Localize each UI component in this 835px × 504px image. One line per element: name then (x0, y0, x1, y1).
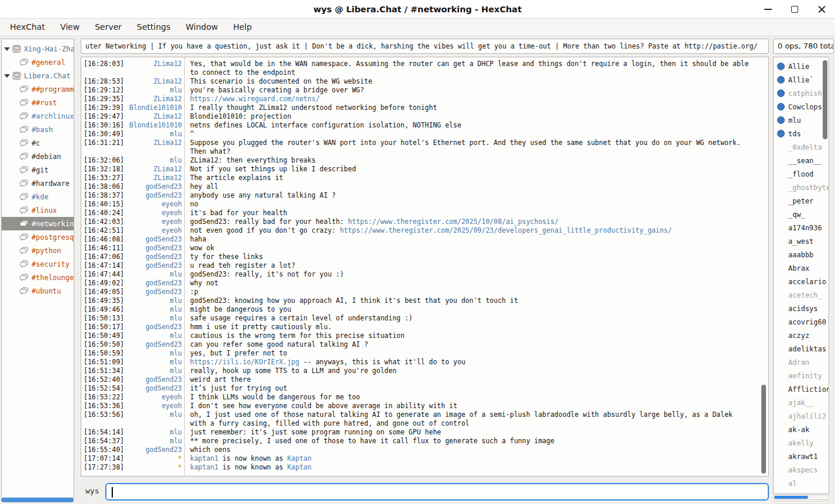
tree-item--debian[interactable]: #debian (2, 150, 74, 163)
userlist-item-a-west[interactable]: a_west (774, 234, 829, 248)
message-nick[interactable]: godSend23 (126, 279, 182, 288)
message-nick[interactable]: Blondie101010 (126, 103, 182, 112)
expander-icon[interactable] (4, 47, 10, 51)
message-nick[interactable]: eyeoh (126, 393, 182, 402)
tree-item--python[interactable]: #python (2, 244, 74, 257)
tree-item--networking[interactable]: #networking (2, 217, 74, 230)
tree-item--general[interactable]: #general (2, 56, 74, 69)
userlist-item-abrax[interactable]: Abrax (774, 261, 829, 275)
message-nick[interactable]: godSend23 (126, 323, 182, 332)
message-nick[interactable]: mlu (126, 86, 182, 95)
menu-view[interactable]: View (53, 19, 87, 36)
userlist-item-ajak-[interactable]: ajak__ (774, 396, 829, 409)
message-nick[interactable]: godSend23 (126, 384, 182, 393)
menu-server[interactable]: Server (87, 19, 129, 36)
message-nick[interactable]: mlu (126, 305, 182, 314)
userlist-item-allie[interactable]: Allie (774, 60, 829, 73)
message-link[interactable]: https://www.wireguard.com/netns/ (190, 95, 320, 103)
userlist-scrollbar[interactable] (822, 58, 828, 492)
message-nick[interactable]: mlu (126, 270, 182, 279)
userlist-item-a174n936[interactable]: a174n936 (774, 221, 829, 234)
tree-item--c[interactable]: #c (2, 136, 74, 150)
tree-item-libera-chat[interactable]: Libera.Chat (2, 69, 74, 82)
message-link[interactable]: https://www.theregister.com/2025/10/08/a… (348, 218, 558, 226)
chat-scrollbar[interactable] (760, 58, 767, 475)
tree-item--rust[interactable]: ##rust (2, 96, 74, 109)
tree-item--kde[interactable]: #kde (2, 190, 74, 203)
tree-item--postgresql[interactable]: #postgresql (2, 230, 74, 244)
userlist-item--peter[interactable]: _peter (774, 194, 829, 208)
message-nick[interactable]: ZLima12 (126, 165, 182, 174)
topic-bar[interactable]: uter Networking | If you have a question… (81, 39, 769, 54)
own-nick-label[interactable]: wys (85, 486, 99, 495)
message-nick[interactable]: mlu (126, 332, 182, 340)
message-nick[interactable]: mlu (126, 156, 182, 165)
userlist-scrollbar-thumb[interactable] (823, 60, 827, 139)
tree-item--security[interactable]: #security (2, 257, 74, 271)
chat-scrollbar-thumb[interactable] (761, 385, 766, 474)
userlist-item--ghostbyte[interactable]: _ghostbyte (774, 181, 829, 194)
message-nick[interactable]: godSend23 (126, 446, 182, 454)
message-nick[interactable]: godSend23 (126, 235, 182, 244)
minimize-button[interactable] (760, 2, 775, 17)
message-nick[interactable]: ZLima12 (126, 139, 182, 147)
event-marker[interactable]: * (126, 463, 182, 472)
userlist-item-cowclops-[interactable]: Cowclops` (774, 100, 829, 113)
message-nick[interactable]: ZLima12 (126, 112, 182, 121)
menu-help[interactable]: Help (226, 19, 260, 36)
userlist-item-aefinity[interactable]: aefinity (774, 369, 829, 382)
userlist-item--sean-[interactable]: __sean__ (774, 154, 829, 167)
message-nick[interactable]: eyeoh (126, 218, 182, 226)
tree-item--programming[interactable]: ##programming (2, 82, 74, 96)
userlist-hscrollbar-thumb[interactable] (774, 496, 808, 499)
userlist-item-affliction[interactable]: Affliction (774, 382, 829, 396)
message-nick[interactable]: mlu (126, 296, 182, 305)
message-link[interactable]: kaptan1 (190, 454, 218, 462)
message-nick[interactable]: ZLima12 (126, 77, 182, 86)
message-link[interactable]: Kaptan (287, 463, 312, 471)
userlist-item--flood[interactable]: _flood (774, 167, 829, 181)
message-nick[interactable]: eyeoh (126, 226, 182, 235)
message-nick[interactable]: mlu (126, 428, 182, 437)
userlist-item-acetech-[interactable]: acetech_ (774, 288, 829, 302)
userlist-item-al[interactable]: al (774, 477, 829, 490)
message-nick[interactable]: godSend23 (126, 182, 182, 191)
userlist-hscrollbar[interactable] (773, 495, 829, 500)
userlist-item-akspecs[interactable]: akspecs (774, 463, 829, 477)
message-nick[interactable]: ZLima12 (126, 95, 182, 103)
userlist-item-aaabbb[interactable]: aaabbb (774, 248, 829, 261)
message-nick[interactable]: godSend23 (126, 191, 182, 200)
tree-item--bash[interactable]: #bash (2, 123, 74, 136)
userlist-item-mlu[interactable]: mlu (774, 113, 829, 127)
tree-item-xing-hai-zhan[interactable]: Xing-Hai-Zhan (2, 42, 74, 56)
userlist-item-ak-ak[interactable]: ak-ak (774, 423, 829, 436)
message-link[interactable]: https://iili.io/KOrIErX.jpg (190, 358, 299, 366)
event-marker[interactable]: * (126, 454, 182, 463)
tree-item--hardware[interactable]: #hardware (2, 177, 74, 190)
menu-window[interactable]: Window (178, 19, 225, 36)
message-nick[interactable]: godSend23 (126, 253, 182, 261)
message-link[interactable]: kaptan1 (190, 463, 218, 471)
message-nick[interactable]: godSend23 (126, 375, 182, 384)
userlist-item--0xdelta[interactable]: _0xdelta (774, 140, 829, 154)
tree-item--git[interactable]: #git (2, 163, 74, 177)
message-link[interactable]: Kaptan (287, 454, 312, 462)
message-nick[interactable]: ZLima12 (126, 60, 182, 68)
userlist-item-accelario[interactable]: accelario (774, 275, 829, 288)
userlist-item-akrawt1[interactable]: akrawt1 (774, 450, 829, 463)
message-nick[interactable]: eyeoh (126, 209, 182, 218)
message-input[interactable] (105, 483, 769, 500)
message-nick[interactable]: eyeoh (126, 402, 182, 410)
message-nick[interactable]: godSend23 (126, 288, 182, 296)
message-nick[interactable]: eyeoh (126, 200, 182, 209)
message-nick[interactable]: godSend23 (126, 340, 182, 349)
message-nick[interactable]: mlu (126, 314, 182, 323)
userlist-item--qw-[interactable]: _qw_ (774, 208, 829, 221)
message-nick[interactable]: godSend23 (126, 244, 182, 253)
menu-hexchat[interactable]: HexChat (2, 19, 53, 36)
userlist-item-akelly[interactable]: akelly (774, 436, 829, 450)
message-nick[interactable]: godSend23 (126, 261, 182, 270)
tree-item--ubuntu[interactable]: #ubuntu (2, 284, 74, 298)
message-nick[interactable]: mlu (126, 367, 182, 375)
message-nick[interactable]: mlu (126, 437, 182, 446)
